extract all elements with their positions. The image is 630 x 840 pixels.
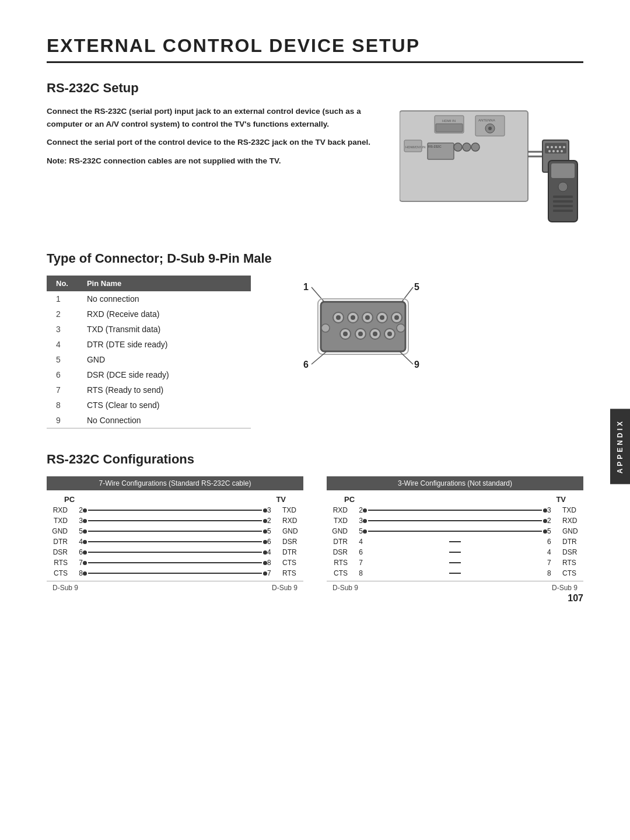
pin-table-row: 3TXD (Transmit data) [47,322,251,337]
wire-right-num: 7 [267,569,279,577]
wire-row: DSR64DTR [47,548,303,556]
3wire-footer-right: D-Sub 9 [552,584,578,592]
wire-left-num: 8 [71,569,83,577]
wire-row: RTS77RTS [327,559,583,567]
7wire-diagram: PC TV RXD23TXDTXD32RXDGND55GNDDTR46DSRDS… [47,495,303,592]
pin-table-row: 7RTS (Ready to send) [47,382,251,398]
pin-name: TXD (Transmit data) [78,322,251,337]
svg-rect-39 [321,302,405,351]
wire-left-num: 2 [71,506,83,514]
pin-number: 8 [47,398,78,413]
setup-text: Connect the RS-232C (serial port) input … [47,105,373,228]
wire-dot-right [263,519,267,523]
pin-number: 6 [47,367,78,382]
col-pin: Pin Name [78,276,251,291]
wire-line [88,573,262,574]
pin-name: RTS (Ready to send) [78,382,251,398]
wire-center [363,562,547,563]
wire-right-num: 6 [267,538,279,546]
svg-text:1: 1 [303,282,309,292]
wire-row: CTS88CTS [327,569,583,577]
svg-text:RS-232C: RS-232C [428,145,442,148]
wire-line [88,531,262,532]
svg-point-54 [358,332,363,336]
svg-point-23 [563,146,565,148]
wire-center [363,508,547,513]
wire-left-label: DTR [47,538,68,546]
pin-name: GND [78,352,251,367]
wire-no-dot [449,541,461,542]
wire-dot-right [263,540,267,544]
pin-number: 9 [47,413,78,428]
svg-point-20 [551,146,553,148]
wire-right-num: 8 [547,569,559,577]
wire-left-num: 8 [351,569,363,577]
pin-name: No Connection [78,413,251,428]
wire-right-num: 6 [547,538,559,546]
svg-rect-34 [553,210,573,212]
pin-number: 4 [47,337,78,352]
wire-dot-left [363,529,367,534]
wire-dot-left [83,508,87,513]
pin-table-row: 1No connection [47,291,251,306]
wire-left-num: 6 [71,548,83,556]
wire-right-label: RXD [282,517,303,525]
pin-name: CTS (Clear to send) [78,398,251,413]
wire-left-num: 7 [71,559,83,567]
wire-line [368,531,542,532]
svg-text:HDMI/DVI IN: HDMI/DVI IN [405,145,426,149]
wire-left-num: 2 [351,506,363,514]
svg-point-12 [454,143,462,151]
col-no: No. [47,276,78,291]
wire-left-num: 5 [71,527,83,535]
wire-right-label: GND [562,527,583,535]
pin-table-row: 5GND [47,352,251,367]
wire-row: RTS78CTS [47,559,303,567]
svg-point-30 [558,182,568,191]
wire-right-label: CTS [282,559,303,567]
wire-right-num: 3 [267,506,279,514]
wire-left-label: GND [327,527,348,535]
wire-left-label: TXD [47,517,68,525]
svg-rect-3 [436,124,463,132]
wire-center [83,508,267,513]
wire-line [88,510,262,511]
wire-right-num: 5 [267,527,279,535]
pin-name: DSR (DCE side ready) [78,367,251,382]
svg-rect-18 [545,143,566,154]
7wire-title: 7-Wire Configurations (Standard RS-232C … [47,476,303,490]
pin-number: 2 [47,306,78,322]
svg-text:6: 6 [303,360,309,370]
wire-center [363,573,547,574]
wire-row: TXD32RXD [47,517,303,525]
page: EXTERNAL CONTROL DEVICE SETUP RS-232C Se… [0,0,630,627]
wire-dot-left [363,508,367,513]
7wire-pc-label: PC [64,495,75,504]
wire-right-label: DSR [282,538,303,546]
config-heading: RS-232C Configurations [47,452,583,467]
svg-rect-29 [551,163,575,178]
pin-table-row: 6DSR (DCE side ready) [47,367,251,382]
wire-dot-left [83,540,87,544]
wire-right-label: TXD [562,506,583,514]
3wire-block: 3-Wire Configurations (Not standard) PC … [327,476,583,592]
svg-point-7 [488,127,492,130]
wire-right-label: DTR [562,538,583,546]
wire-row: GND55GND [47,527,303,535]
wire-dot-right [263,550,267,555]
pin-name: RXD (Receive data) [78,306,251,322]
wire-left-num: 6 [351,548,363,556]
pin-table: No. Pin Name 1No connection2RXD (Receive… [47,276,251,428]
wire-right-num: 5 [547,527,559,535]
wire-right-num: 2 [547,517,559,525]
wire-line [88,562,262,563]
7wire-footer-left: D-Sub 9 [52,584,78,592]
wire-dot-right [543,519,547,523]
page-number: 107 [568,593,583,604]
wire-right-num: 3 [547,506,559,514]
3wire-footer-left: D-Sub 9 [332,584,358,592]
wire-left-label: TXD [327,517,348,525]
wire-right-label: DTR [282,548,303,556]
wire-dot-left [363,519,367,523]
wire-dot-right [543,508,547,513]
